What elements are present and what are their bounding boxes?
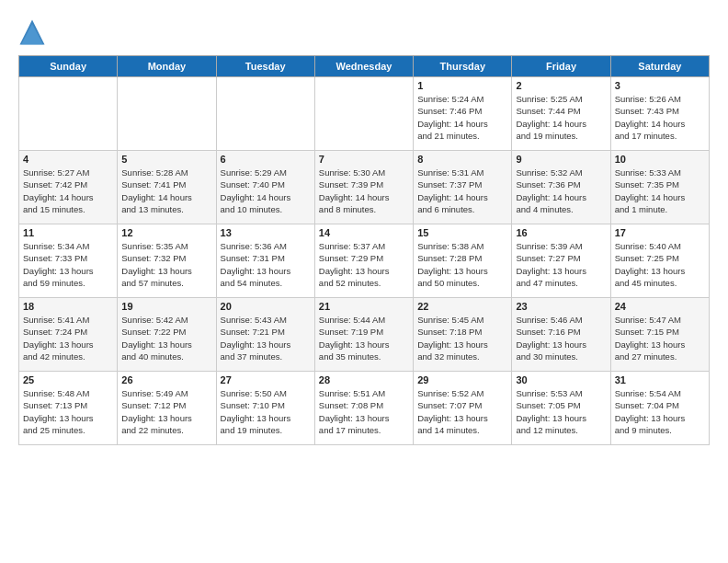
- day-number: 30: [516, 374, 606, 385]
- weekday-header-saturday: Saturday: [610, 56, 709, 77]
- day-info: Sunrise: 5:51 AMSunset: 7:08 PMDaylight:…: [319, 387, 409, 436]
- day-info: Sunrise: 5:53 AMSunset: 7:05 PMDaylight:…: [516, 387, 606, 436]
- calendar-cell: 9Sunrise: 5:32 AMSunset: 7:36 PMDaylight…: [512, 151, 610, 224]
- day-info: Sunrise: 5:49 AMSunset: 7:12 PMDaylight:…: [121, 387, 211, 436]
- calendar-cell: 16Sunrise: 5:39 AMSunset: 7:27 PMDayligh…: [512, 224, 610, 298]
- calendar-cell: 29Sunrise: 5:52 AMSunset: 7:07 PMDayligh…: [414, 372, 512, 445]
- calendar-week-1: 1Sunrise: 5:24 AMSunset: 7:46 PMDaylight…: [19, 77, 710, 151]
- calendar-cell: 2Sunrise: 5:25 AMSunset: 7:44 PMDaylight…: [512, 77, 610, 151]
- day-number: 7: [319, 154, 409, 165]
- day-number: 8: [417, 154, 507, 165]
- day-number: 6: [221, 154, 311, 165]
- day-info: Sunrise: 5:35 AMSunset: 7:32 PMDaylight:…: [121, 240, 211, 289]
- day-number: 29: [417, 374, 507, 385]
- day-number: 27: [221, 374, 311, 385]
- calendar-cell: 31Sunrise: 5:54 AMSunset: 7:04 PMDayligh…: [610, 372, 709, 445]
- day-info: Sunrise: 5:36 AMSunset: 7:31 PMDaylight:…: [221, 240, 311, 289]
- day-info: Sunrise: 5:24 AMSunset: 7:46 PMDaylight:…: [417, 93, 507, 142]
- day-info: Sunrise: 5:26 AMSunset: 7:43 PMDaylight:…: [615, 93, 705, 142]
- calendar-cell: 18Sunrise: 5:41 AMSunset: 7:24 PMDayligh…: [19, 298, 118, 372]
- day-number: 16: [516, 227, 606, 238]
- calendar-cell: 7Sunrise: 5:30 AMSunset: 7:39 PMDaylight…: [314, 151, 413, 224]
- weekday-header-wednesday: Wednesday: [314, 56, 413, 77]
- day-number: 23: [516, 301, 606, 312]
- calendar-cell: 5Sunrise: 5:28 AMSunset: 7:41 PMDaylight…: [118, 151, 216, 224]
- calendar-week-2: 4Sunrise: 5:27 AMSunset: 7:42 PMDaylight…: [19, 151, 710, 224]
- calendar-cell: 8Sunrise: 5:31 AMSunset: 7:37 PMDaylight…: [414, 151, 512, 224]
- calendar-table: SundayMondayTuesdayWednesdayThursdayFrid…: [18, 55, 710, 445]
- calendar-week-3: 11Sunrise: 5:34 AMSunset: 7:33 PMDayligh…: [19, 224, 710, 298]
- calendar-cell: 17Sunrise: 5:40 AMSunset: 7:25 PMDayligh…: [610, 224, 709, 298]
- day-number: 4: [23, 154, 113, 165]
- day-info: Sunrise: 5:27 AMSunset: 7:42 PMDaylight:…: [23, 167, 113, 215]
- svg-marker-1: [21, 24, 43, 45]
- calendar-cell: 19Sunrise: 5:42 AMSunset: 7:22 PMDayligh…: [118, 298, 216, 372]
- calendar-cell: 23Sunrise: 5:46 AMSunset: 7:16 PMDayligh…: [512, 298, 610, 372]
- header: [18, 18, 710, 46]
- calendar-cell: 12Sunrise: 5:35 AMSunset: 7:32 PMDayligh…: [118, 224, 216, 298]
- day-info: Sunrise: 5:42 AMSunset: 7:22 PMDaylight:…: [121, 314, 211, 362]
- calendar-cell: 27Sunrise: 5:50 AMSunset: 7:10 PMDayligh…: [216, 372, 314, 445]
- day-number: 1: [417, 80, 507, 91]
- day-info: Sunrise: 5:39 AMSunset: 7:27 PMDaylight:…: [516, 240, 606, 289]
- calendar-body: 1Sunrise: 5:24 AMSunset: 7:46 PMDaylight…: [19, 77, 710, 445]
- day-info: Sunrise: 5:38 AMSunset: 7:28 PMDaylight:…: [417, 240, 507, 289]
- calendar-cell: [314, 77, 413, 151]
- day-number: 25: [23, 374, 113, 385]
- day-number: 13: [221, 227, 311, 238]
- day-info: Sunrise: 5:50 AMSunset: 7:10 PMDaylight:…: [221, 387, 311, 436]
- day-number: 28: [319, 374, 409, 385]
- day-number: 21: [319, 301, 409, 312]
- day-number: 22: [417, 301, 507, 312]
- day-info: Sunrise: 5:48 AMSunset: 7:13 PMDaylight:…: [23, 387, 113, 436]
- logo: [18, 18, 50, 46]
- day-info: Sunrise: 5:34 AMSunset: 7:33 PMDaylight:…: [23, 240, 113, 289]
- calendar-cell: 14Sunrise: 5:37 AMSunset: 7:29 PMDayligh…: [314, 224, 413, 298]
- calendar-cell: 20Sunrise: 5:43 AMSunset: 7:21 PMDayligh…: [216, 298, 314, 372]
- day-number: 24: [615, 301, 705, 312]
- day-info: Sunrise: 5:47 AMSunset: 7:15 PMDaylight:…: [615, 314, 705, 362]
- calendar-cell: 11Sunrise: 5:34 AMSunset: 7:33 PMDayligh…: [19, 224, 118, 298]
- weekday-header-monday: Monday: [118, 56, 216, 77]
- calendar-cell: [19, 77, 118, 151]
- day-info: Sunrise: 5:29 AMSunset: 7:40 PMDaylight:…: [221, 167, 311, 215]
- weekday-header-row: SundayMondayTuesdayWednesdayThursdayFrid…: [19, 56, 710, 77]
- day-number: 17: [615, 227, 705, 238]
- day-number: 3: [615, 80, 705, 91]
- calendar-cell: 13Sunrise: 5:36 AMSunset: 7:31 PMDayligh…: [216, 224, 314, 298]
- calendar-cell: 21Sunrise: 5:44 AMSunset: 7:19 PMDayligh…: [314, 298, 413, 372]
- day-number: 19: [121, 301, 211, 312]
- day-info: Sunrise: 5:40 AMSunset: 7:25 PMDaylight:…: [615, 240, 705, 289]
- calendar-header: SundayMondayTuesdayWednesdayThursdayFrid…: [19, 56, 710, 77]
- day-info: Sunrise: 5:28 AMSunset: 7:41 PMDaylight:…: [121, 167, 211, 215]
- day-info: Sunrise: 5:46 AMSunset: 7:16 PMDaylight:…: [516, 314, 606, 362]
- calendar-cell: 28Sunrise: 5:51 AMSunset: 7:08 PMDayligh…: [314, 372, 413, 445]
- calendar-week-4: 18Sunrise: 5:41 AMSunset: 7:24 PMDayligh…: [19, 298, 710, 372]
- day-number: 31: [615, 374, 705, 385]
- day-number: 15: [417, 227, 507, 238]
- day-info: Sunrise: 5:54 AMSunset: 7:04 PMDaylight:…: [615, 387, 705, 436]
- day-number: 12: [121, 227, 211, 238]
- calendar-cell: 15Sunrise: 5:38 AMSunset: 7:28 PMDayligh…: [414, 224, 512, 298]
- day-info: Sunrise: 5:41 AMSunset: 7:24 PMDaylight:…: [23, 314, 113, 362]
- day-info: Sunrise: 5:44 AMSunset: 7:19 PMDaylight:…: [319, 314, 409, 362]
- weekday-header-thursday: Thursday: [414, 56, 512, 77]
- day-info: Sunrise: 5:43 AMSunset: 7:21 PMDaylight:…: [221, 314, 311, 362]
- calendar-cell: 30Sunrise: 5:53 AMSunset: 7:05 PMDayligh…: [512, 372, 610, 445]
- day-info: Sunrise: 5:45 AMSunset: 7:18 PMDaylight:…: [417, 314, 507, 362]
- day-info: Sunrise: 5:52 AMSunset: 7:07 PMDaylight:…: [417, 387, 507, 436]
- day-info: Sunrise: 5:32 AMSunset: 7:36 PMDaylight:…: [516, 167, 606, 215]
- day-number: 18: [23, 301, 113, 312]
- calendar-cell: 1Sunrise: 5:24 AMSunset: 7:46 PMDaylight…: [414, 77, 512, 151]
- calendar-cell: 22Sunrise: 5:45 AMSunset: 7:18 PMDayligh…: [414, 298, 512, 372]
- calendar-week-5: 25Sunrise: 5:48 AMSunset: 7:13 PMDayligh…: [19, 372, 710, 445]
- calendar-cell: 4Sunrise: 5:27 AMSunset: 7:42 PMDaylight…: [19, 151, 118, 224]
- day-number: 26: [121, 374, 211, 385]
- weekday-header-tuesday: Tuesday: [216, 56, 314, 77]
- calendar-cell: [216, 77, 314, 151]
- calendar-cell: 25Sunrise: 5:48 AMSunset: 7:13 PMDayligh…: [19, 372, 118, 445]
- day-info: Sunrise: 5:31 AMSunset: 7:37 PMDaylight:…: [417, 167, 507, 215]
- day-info: Sunrise: 5:30 AMSunset: 7:39 PMDaylight:…: [319, 167, 409, 215]
- calendar-cell: 6Sunrise: 5:29 AMSunset: 7:40 PMDaylight…: [216, 151, 314, 224]
- day-info: Sunrise: 5:25 AMSunset: 7:44 PMDaylight:…: [516, 93, 606, 142]
